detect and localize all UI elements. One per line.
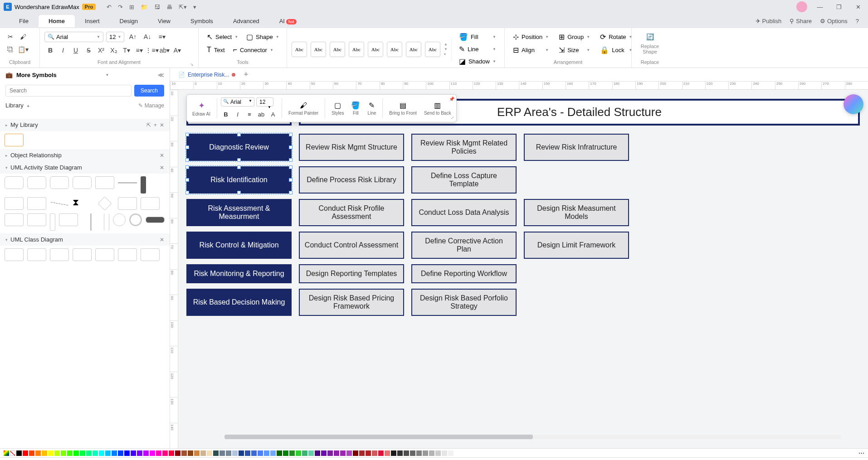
color-swatch[interactable] [118,450,123,456]
color-swatch[interactable] [93,450,98,456]
color-swatch[interactable] [385,450,390,456]
color-swatch[interactable] [315,450,320,456]
color-swatch[interactable] [251,450,257,456]
color-swatch[interactable] [54,450,60,456]
size-button[interactable]: ⇲Size▼ [555,44,594,56]
float-fill-button[interactable]: 🪣Fill [348,100,363,116]
activity-shape[interactable] [5,197,24,210]
color-swatch[interactable] [124,450,130,456]
color-swatch[interactable] [340,450,346,456]
component-box[interactable]: Risk Assessment & Measurment [186,199,292,226]
line-spacing-button[interactable]: ≡▾ [133,44,145,56]
tab-design[interactable]: Design [110,15,148,27]
float-align[interactable]: ≡ [244,109,254,119]
uml-activity-label[interactable]: UML Activity State Diagram [10,164,82,171]
format-painter-button[interactable]: 🖌 [17,31,29,43]
canvas[interactable]: Components ERP Area's - Detailed Structu… [170,90,868,448]
area-box[interactable]: Define Reporting Workflow [411,264,517,283]
no-fill-swatch[interactable] [10,450,15,456]
color-swatch[interactable] [245,450,250,456]
style-up[interactable]: ▲ [444,42,448,46]
library-label[interactable]: Library [5,102,24,109]
redo-icon[interactable]: ↷ [118,4,123,10]
color-swatch[interactable] [283,450,288,456]
color-swatch[interactable] [397,450,403,456]
text-direction-button[interactable]: ab▾ [159,44,171,56]
cut-button[interactable]: ✂ [5,31,16,43]
obj-rel-close[interactable]: ✕ [160,152,164,159]
tab-home[interactable]: Home [39,15,75,27]
color-swatch[interactable] [194,450,200,456]
color-swatch[interactable] [188,450,193,456]
superscript-button[interactable]: X² [95,44,107,56]
activity-shape[interactable] [59,213,78,226]
color-swatch[interactable] [264,450,269,456]
area-box[interactable]: Define Loss Capture Template [411,166,517,194]
collapse-sidebar-button[interactable]: ≪ [158,72,164,78]
expand-icon[interactable]: ⤢ [451,116,454,120]
color-swatch[interactable] [67,450,73,456]
color-swatch[interactable] [23,450,28,456]
color-swatch[interactable] [359,450,365,456]
tab-ai[interactable]: AIhot [269,15,307,27]
activity-shape[interactable] [73,176,92,189]
area-box[interactable]: Design Reporting Templates [299,264,404,283]
color-swatch[interactable] [105,450,111,456]
class-shape[interactable] [95,248,114,261]
symbol-search-input[interactable] [5,85,132,97]
component-box[interactable]: Diagnostic Review [186,134,292,161]
class-shape[interactable] [27,248,46,261]
color-swatch[interactable] [131,450,136,456]
class-shape[interactable] [141,248,160,261]
color-swatch[interactable] [99,450,104,456]
bold-button[interactable]: B [44,44,56,56]
color-swatch[interactable] [181,450,187,456]
align-button[interactable]: ≡▾ [156,31,168,43]
activity-shape[interactable] [5,213,24,226]
print-icon[interactable]: 🖶 [166,4,172,10]
color-swatch[interactable] [86,450,92,456]
maximize-button[interactable]: ❐ [833,4,845,10]
activity-shape[interactable] [129,213,142,226]
color-swatch[interactable] [156,450,161,456]
color-swatch[interactable] [270,450,276,456]
pin-icon[interactable]: 📌 [449,97,454,102]
activity-shape[interactable] [141,176,146,194]
activity-shape[interactable] [27,213,46,226]
class-shape[interactable] [118,248,137,261]
more-icon[interactable]: ▾ [193,4,196,10]
uml-class-label[interactable]: UML Class Diagram [10,236,63,243]
activity-shape[interactable] [104,213,109,231]
color-swatch[interactable] [150,450,155,456]
style-preset-5[interactable]: Abc [368,42,383,57]
lib-close[interactable]: ✕ [160,122,164,128]
activity-shape[interactable] [98,196,112,210]
color-swatch[interactable] [321,450,327,456]
activity-shape[interactable] [27,197,46,210]
color-swatch[interactable] [35,450,41,456]
color-swatch[interactable] [61,450,66,456]
activity-shape[interactable] [95,176,114,189]
my-library-label[interactable]: My Library [10,121,38,128]
color-swatch[interactable] [162,450,168,456]
font-color-button[interactable]: A▾ [171,44,183,56]
area-box[interactable]: Define Process Risk Library [299,166,404,194]
text-effects-button[interactable]: T▾ [121,44,132,56]
subscript-button[interactable]: X₂ [108,44,120,56]
component-box[interactable]: Risk Control & Mitigation [186,232,292,259]
document-tab[interactable]: 📄 Enterprise Risk... [174,70,240,80]
float-line-button[interactable]: ✎Line [365,100,379,116]
color-swatch[interactable] [80,450,85,456]
ai-assistant-button[interactable] [844,94,863,114]
float-fontcolor[interactable]: A [268,109,278,119]
open-icon[interactable]: 📁 [141,4,148,10]
obj-rel-label[interactable]: Object Relationship [10,152,62,159]
float-italic[interactable]: I [233,109,243,119]
class-shape[interactable] [5,248,24,261]
activity-shape[interactable] [146,217,165,223]
color-swatch[interactable] [258,450,263,456]
color-swatch[interactable] [175,450,180,456]
color-swatch[interactable] [137,450,142,456]
float-font-size[interactable]: 12▼ [256,97,273,107]
bullets-button[interactable]: ⋮≡▾ [146,44,158,56]
